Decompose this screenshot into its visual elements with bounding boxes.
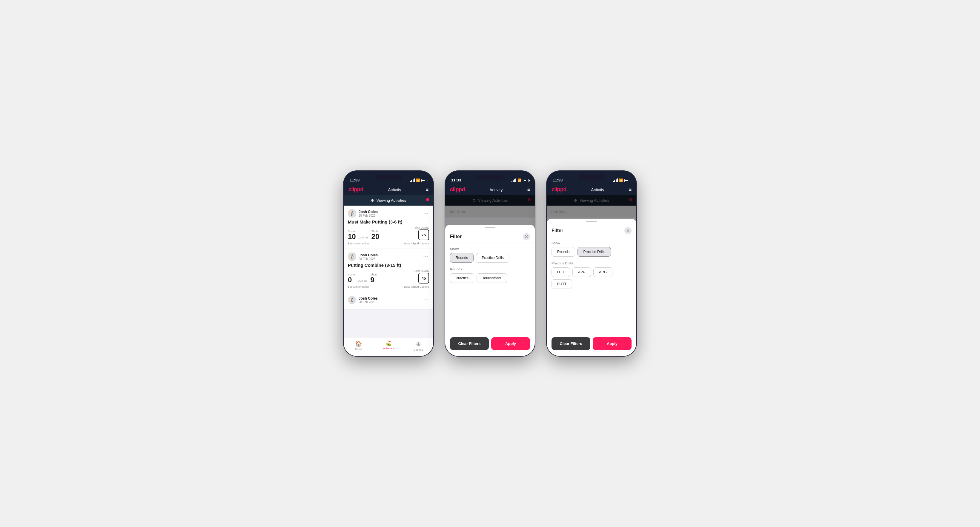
filter-icon-1: ⚙ — [371, 198, 374, 203]
data-source-2: Data: Clippd Capture — [404, 285, 429, 288]
practice-round-btn-2[interactable]: Practice — [450, 273, 474, 283]
status-time-1: 11:33 — [350, 178, 360, 183]
sq-badge-1: 75 — [418, 230, 429, 240]
user-name-1: Josh Coles — [359, 210, 378, 214]
capture-icon: ⊕ — [416, 340, 421, 348]
score-value-1: 10 — [348, 233, 356, 240]
sq-group-2: Shot Quality 45 — [414, 270, 429, 284]
filter-footer-3: Clear Filters Apply — [547, 334, 636, 356]
wifi-icon: 📶 — [416, 178, 420, 183]
rounds-section-label-2: Rounds — [450, 267, 530, 271]
user-details-1: Josh Coles 28 Feb 2023 — [359, 210, 378, 217]
user-date-2: 28 Feb 2023 — [359, 257, 378, 260]
out-of-1: OUT OF — [359, 236, 369, 239]
wifi-icon-3: 📶 — [619, 178, 623, 183]
show-buttons-2: Rounds Practice Drills — [450, 253, 530, 263]
rounds-btn-2[interactable]: Rounds — [450, 253, 474, 263]
tab-home-label: Home — [355, 348, 362, 351]
more-dots-1[interactable]: ··· — [423, 211, 429, 216]
signal-icon — [410, 178, 415, 183]
phone-screen-1: ⚙ Viewing Activities 🏌 Josh Coles 28 Feb… — [344, 195, 433, 356]
activity-card-1: 🏌 Josh Coles 28 Feb 2023 ··· Must Make P… — [344, 206, 433, 249]
user-name-3: Josh Coles — [359, 296, 378, 300]
shots-group-1: Shots 20 — [371, 230, 380, 240]
drills-buttons-3: OTT APP ARG PUTT — [552, 267, 632, 289]
apply-btn-3[interactable]: Apply — [593, 337, 632, 350]
shots-value-1: 20 — [371, 233, 380, 240]
sq-badge-2: 45 — [418, 273, 429, 284]
sheet-handle-2 — [485, 227, 495, 228]
header-title-3: Activity — [591, 187, 604, 192]
filter-header-2: Filter ✕ — [445, 230, 535, 243]
card-footer-1: ℹ Test Information Data: Clippd Capture — [348, 242, 429, 245]
phone-screen-2: ⚙ Viewing Activities Josh Coles Filter ✕ — [445, 195, 535, 356]
tab-bar-1: 🏠 Home ⛳ Activities ⊕ Capture — [344, 338, 433, 356]
close-btn-3[interactable]: ✕ — [624, 227, 632, 234]
ott-btn-3[interactable]: OTT — [552, 267, 570, 277]
sq-group-1: Shot Quality 75 — [414, 226, 429, 240]
user-info-3: 🏌 Josh Coles 28 Feb 2023 — [348, 296, 378, 304]
data-source-1: Data: Clippd Capture — [404, 242, 429, 245]
tab-activities-label: Activities — [383, 347, 394, 350]
score-group-1: Score 10 — [348, 230, 356, 240]
show-label-3: Show — [552, 241, 632, 245]
tab-capture-label: Capture — [414, 348, 423, 351]
tab-activities-1[interactable]: ⛳ Activities — [374, 340, 403, 351]
battery-icon-3 — [624, 179, 630, 182]
phones-container: 11:33 📶 clippd Activity ≡ — [344, 171, 636, 356]
card-header-2: 🏌 Josh Coles 28 Feb 2023 ··· — [348, 252, 429, 261]
practice-drills-btn-2[interactable]: Practice Drills — [476, 253, 509, 263]
practice-drills-btn-3[interactable]: Practice Drills — [578, 247, 611, 257]
battery-icon-2 — [523, 179, 529, 182]
more-dots-2[interactable]: ··· — [423, 254, 429, 259]
rounds-btn-3[interactable]: Rounds — [552, 247, 575, 257]
viewing-bar-1[interactable]: ⚙ Viewing Activities — [344, 195, 433, 206]
score-value-2: 0 — [348, 276, 355, 284]
filter-title-3: Filter — [552, 228, 563, 233]
phone-notch-3 — [578, 174, 605, 181]
filter-footer-2: Clear Filters Apply — [445, 334, 535, 356]
more-dots-3[interactable]: ··· — [423, 297, 429, 303]
menu-icon-2[interactable]: ≡ — [527, 187, 530, 192]
clear-filters-btn-3[interactable]: Clear Filters — [552, 337, 590, 350]
sq-label-2: Shot Quality — [414, 270, 429, 273]
putt-btn-3[interactable]: PUTT — [552, 279, 572, 289]
clear-filters-btn-2[interactable]: Clear Filters — [450, 337, 489, 350]
activity-card-2: 🏌 Josh Coles 28 Feb 2023 ··· Putting Com… — [344, 249, 433, 292]
filter-sheet-3: Filter ✕ Show Rounds Practice Drills Pra… — [547, 219, 636, 356]
tournament-btn-2[interactable]: Tournament — [477, 273, 507, 283]
logo-2: clippd — [450, 187, 465, 193]
menu-icon-3[interactable]: ≡ — [629, 187, 632, 192]
out-of-2: OUT OF — [358, 279, 368, 282]
rounds-buttons-2: Practice Tournament — [450, 273, 530, 283]
close-btn-2[interactable]: ✕ — [523, 233, 530, 240]
filter-body-3: Show Rounds Practice Drills Practice Dri… — [547, 237, 636, 334]
stats-row-2: Score 0 OUT OF Shots 9 Shot Quality 45 — [348, 270, 429, 284]
stats-row-1: Score 10 OUT OF Shots 20 Shot Quality 75 — [348, 226, 429, 240]
activities-icon: ⛳ — [385, 340, 391, 346]
user-date-1: 28 Feb 2023 — [359, 214, 378, 217]
tab-capture-1[interactable]: ⊕ Capture — [403, 340, 433, 351]
scroll-content-1: 🏌 Josh Coles 28 Feb 2023 ··· Must Make P… — [344, 206, 433, 338]
user-info-2: 🏌 Josh Coles 28 Feb 2023 — [348, 252, 378, 261]
filter-title-2: Filter — [450, 234, 461, 239]
filter-body-2: Show Rounds Practice Drills Rounds Pract… — [445, 243, 535, 334]
app-header-3: clippd Activity ≡ — [547, 184, 636, 195]
home-icon: 🏠 — [355, 340, 362, 347]
test-info-1: ℹ Test Information — [348, 242, 369, 245]
user-details-2: Josh Coles 28 Feb 2023 — [359, 253, 378, 260]
status-icons-2: 📶 — [512, 178, 529, 183]
app-header-1: clippd Activity ≡ — [344, 184, 433, 195]
card-header-3: 🏌 Josh Coles 28 Feb 2023 ··· — [348, 296, 429, 304]
test-info-2: ℹ Test Information — [348, 285, 369, 288]
app-btn-3[interactable]: APP — [573, 267, 591, 277]
apply-btn-2[interactable]: Apply — [491, 337, 530, 350]
signal-icon-3 — [613, 178, 618, 183]
tab-home-1[interactable]: 🏠 Home — [344, 340, 374, 351]
filter-sheet-2: Filter ✕ Show Rounds Practice Drills Rou… — [445, 225, 535, 356]
arg-btn-3[interactable]: ARG — [593, 267, 612, 277]
show-buttons-3: Rounds Practice Drills — [552, 247, 632, 257]
sheet-handle-3 — [586, 221, 597, 222]
activity-title-1: Must Make Putting (3-6 ft) — [348, 219, 429, 224]
menu-icon-1[interactable]: ≡ — [426, 187, 428, 192]
